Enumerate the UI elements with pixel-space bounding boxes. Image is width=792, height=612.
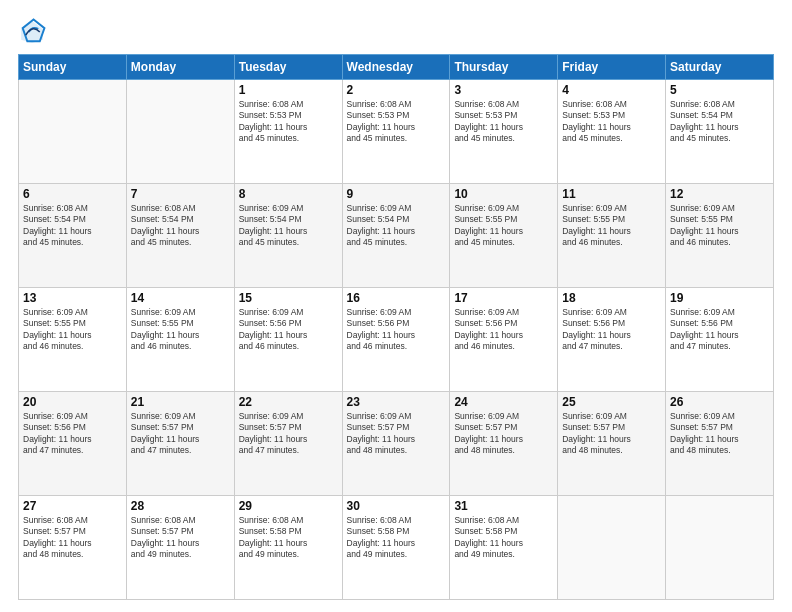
calendar-cell: 18Sunrise: 6:09 AM Sunset: 5:56 PM Dayli… (558, 288, 666, 392)
day-info: Sunrise: 6:09 AM Sunset: 5:57 PM Dayligh… (562, 411, 661, 457)
calendar-cell: 22Sunrise: 6:09 AM Sunset: 5:57 PM Dayli… (234, 392, 342, 496)
week-row-1: 1Sunrise: 6:08 AM Sunset: 5:53 PM Daylig… (19, 80, 774, 184)
weekday-header-saturday: Saturday (666, 55, 774, 80)
day-info: Sunrise: 6:09 AM Sunset: 5:56 PM Dayligh… (562, 307, 661, 353)
calendar-cell: 16Sunrise: 6:09 AM Sunset: 5:56 PM Dayli… (342, 288, 450, 392)
calendar-cell: 6Sunrise: 6:08 AM Sunset: 5:54 PM Daylig… (19, 184, 127, 288)
day-number: 20 (23, 395, 122, 409)
day-info: Sunrise: 6:08 AM Sunset: 5:58 PM Dayligh… (347, 515, 446, 561)
day-info: Sunrise: 6:09 AM Sunset: 5:56 PM Dayligh… (347, 307, 446, 353)
day-number: 22 (239, 395, 338, 409)
day-number: 19 (670, 291, 769, 305)
calendar-cell: 14Sunrise: 6:09 AM Sunset: 5:55 PM Dayli… (126, 288, 234, 392)
weekday-header-thursday: Thursday (450, 55, 558, 80)
logo (18, 18, 50, 46)
day-number: 29 (239, 499, 338, 513)
weekday-header-sunday: Sunday (19, 55, 127, 80)
day-number: 3 (454, 83, 553, 97)
calendar-cell (666, 496, 774, 600)
calendar-cell: 31Sunrise: 6:08 AM Sunset: 5:58 PM Dayli… (450, 496, 558, 600)
day-info: Sunrise: 6:08 AM Sunset: 5:53 PM Dayligh… (347, 99, 446, 145)
day-number: 10 (454, 187, 553, 201)
calendar-cell: 2Sunrise: 6:08 AM Sunset: 5:53 PM Daylig… (342, 80, 450, 184)
day-info: Sunrise: 6:09 AM Sunset: 5:56 PM Dayligh… (670, 307, 769, 353)
weekday-header-tuesday: Tuesday (234, 55, 342, 80)
calendar-cell: 9Sunrise: 6:09 AM Sunset: 5:54 PM Daylig… (342, 184, 450, 288)
page: SundayMondayTuesdayWednesdayThursdayFrid… (0, 0, 792, 612)
day-number: 11 (562, 187, 661, 201)
day-info: Sunrise: 6:09 AM Sunset: 5:57 PM Dayligh… (670, 411, 769, 457)
day-number: 26 (670, 395, 769, 409)
day-info: Sunrise: 6:09 AM Sunset: 5:55 PM Dayligh… (670, 203, 769, 249)
weekday-header-friday: Friday (558, 55, 666, 80)
day-info: Sunrise: 6:09 AM Sunset: 5:55 PM Dayligh… (454, 203, 553, 249)
day-info: Sunrise: 6:08 AM Sunset: 5:53 PM Dayligh… (454, 99, 553, 145)
week-row-5: 27Sunrise: 6:08 AM Sunset: 5:57 PM Dayli… (19, 496, 774, 600)
calendar-cell: 3Sunrise: 6:08 AM Sunset: 5:53 PM Daylig… (450, 80, 558, 184)
calendar-cell: 29Sunrise: 6:08 AM Sunset: 5:58 PM Dayli… (234, 496, 342, 600)
day-info: Sunrise: 6:09 AM Sunset: 5:56 PM Dayligh… (23, 411, 122, 457)
calendar-cell: 27Sunrise: 6:08 AM Sunset: 5:57 PM Dayli… (19, 496, 127, 600)
day-info: Sunrise: 6:08 AM Sunset: 5:53 PM Dayligh… (239, 99, 338, 145)
day-info: Sunrise: 6:08 AM Sunset: 5:58 PM Dayligh… (454, 515, 553, 561)
weekday-header-wednesday: Wednesday (342, 55, 450, 80)
calendar-cell: 13Sunrise: 6:09 AM Sunset: 5:55 PM Dayli… (19, 288, 127, 392)
calendar-table: SundayMondayTuesdayWednesdayThursdayFrid… (18, 54, 774, 600)
day-info: Sunrise: 6:09 AM Sunset: 5:55 PM Dayligh… (131, 307, 230, 353)
day-info: Sunrise: 6:09 AM Sunset: 5:56 PM Dayligh… (454, 307, 553, 353)
day-info: Sunrise: 6:09 AM Sunset: 5:57 PM Dayligh… (239, 411, 338, 457)
day-number: 31 (454, 499, 553, 513)
day-info: Sunrise: 6:08 AM Sunset: 5:57 PM Dayligh… (23, 515, 122, 561)
calendar-header: SundayMondayTuesdayWednesdayThursdayFrid… (19, 55, 774, 80)
day-info: Sunrise: 6:08 AM Sunset: 5:53 PM Dayligh… (562, 99, 661, 145)
day-number: 13 (23, 291, 122, 305)
day-number: 14 (131, 291, 230, 305)
calendar-cell: 15Sunrise: 6:09 AM Sunset: 5:56 PM Dayli… (234, 288, 342, 392)
day-info: Sunrise: 6:09 AM Sunset: 5:56 PM Dayligh… (239, 307, 338, 353)
calendar-cell: 4Sunrise: 6:08 AM Sunset: 5:53 PM Daylig… (558, 80, 666, 184)
day-info: Sunrise: 6:08 AM Sunset: 5:57 PM Dayligh… (131, 515, 230, 561)
calendar-cell: 19Sunrise: 6:09 AM Sunset: 5:56 PM Dayli… (666, 288, 774, 392)
header (18, 18, 774, 46)
day-number: 12 (670, 187, 769, 201)
week-row-3: 13Sunrise: 6:09 AM Sunset: 5:55 PM Dayli… (19, 288, 774, 392)
day-number: 5 (670, 83, 769, 97)
week-row-4: 20Sunrise: 6:09 AM Sunset: 5:56 PM Dayli… (19, 392, 774, 496)
calendar-cell: 5Sunrise: 6:08 AM Sunset: 5:54 PM Daylig… (666, 80, 774, 184)
calendar-cell: 12Sunrise: 6:09 AM Sunset: 5:55 PM Dayli… (666, 184, 774, 288)
day-number: 6 (23, 187, 122, 201)
day-info: Sunrise: 6:09 AM Sunset: 5:54 PM Dayligh… (347, 203, 446, 249)
calendar-cell: 20Sunrise: 6:09 AM Sunset: 5:56 PM Dayli… (19, 392, 127, 496)
calendar-cell: 17Sunrise: 6:09 AM Sunset: 5:56 PM Dayli… (450, 288, 558, 392)
calendar-cell: 30Sunrise: 6:08 AM Sunset: 5:58 PM Dayli… (342, 496, 450, 600)
day-info: Sunrise: 6:09 AM Sunset: 5:55 PM Dayligh… (562, 203, 661, 249)
calendar-cell: 8Sunrise: 6:09 AM Sunset: 5:54 PM Daylig… (234, 184, 342, 288)
day-info: Sunrise: 6:09 AM Sunset: 5:57 PM Dayligh… (131, 411, 230, 457)
day-number: 4 (562, 83, 661, 97)
day-number: 16 (347, 291, 446, 305)
day-number: 2 (347, 83, 446, 97)
day-number: 25 (562, 395, 661, 409)
day-number: 7 (131, 187, 230, 201)
day-number: 18 (562, 291, 661, 305)
calendar-cell: 25Sunrise: 6:09 AM Sunset: 5:57 PM Dayli… (558, 392, 666, 496)
calendar-cell (19, 80, 127, 184)
calendar-cell: 1Sunrise: 6:08 AM Sunset: 5:53 PM Daylig… (234, 80, 342, 184)
day-number: 28 (131, 499, 230, 513)
day-info: Sunrise: 6:09 AM Sunset: 5:55 PM Dayligh… (23, 307, 122, 353)
day-number: 21 (131, 395, 230, 409)
week-row-2: 6Sunrise: 6:08 AM Sunset: 5:54 PM Daylig… (19, 184, 774, 288)
day-info: Sunrise: 6:08 AM Sunset: 5:54 PM Dayligh… (131, 203, 230, 249)
day-number: 17 (454, 291, 553, 305)
calendar-cell: 24Sunrise: 6:09 AM Sunset: 5:57 PM Dayli… (450, 392, 558, 496)
day-info: Sunrise: 6:09 AM Sunset: 5:57 PM Dayligh… (454, 411, 553, 457)
calendar-cell: 11Sunrise: 6:09 AM Sunset: 5:55 PM Dayli… (558, 184, 666, 288)
day-number: 15 (239, 291, 338, 305)
logo-icon (18, 18, 46, 46)
day-info: Sunrise: 6:08 AM Sunset: 5:54 PM Dayligh… (23, 203, 122, 249)
day-number: 27 (23, 499, 122, 513)
calendar-cell: 21Sunrise: 6:09 AM Sunset: 5:57 PM Dayli… (126, 392, 234, 496)
calendar-cell (126, 80, 234, 184)
calendar-cell: 28Sunrise: 6:08 AM Sunset: 5:57 PM Dayli… (126, 496, 234, 600)
calendar-body: 1Sunrise: 6:08 AM Sunset: 5:53 PM Daylig… (19, 80, 774, 600)
